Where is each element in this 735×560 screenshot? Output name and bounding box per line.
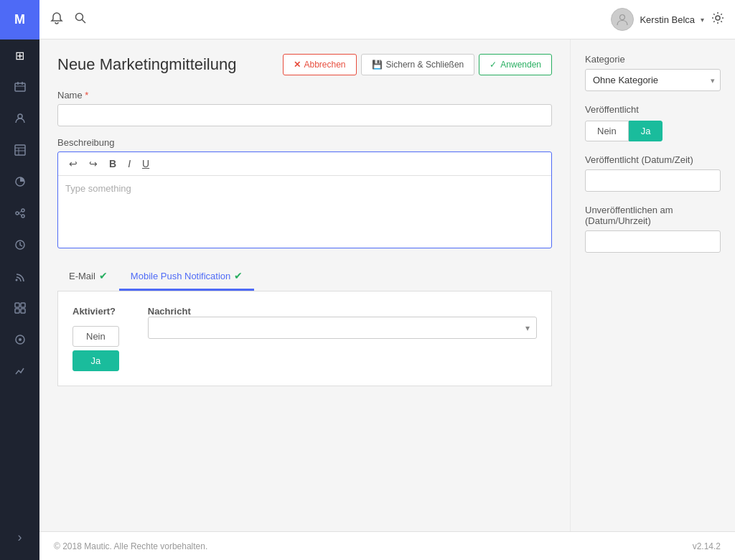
svg-rect-0 <box>15 83 25 91</box>
notifications-bell-icon[interactable] <box>50 11 63 28</box>
footer-copyright: © 2018 Mautic. Alle Rechte vorbehalten. <box>54 541 207 551</box>
svg-rect-5 <box>15 145 25 155</box>
cancel-button[interactable]: ✕ Abbrechen <box>283 54 357 75</box>
footer: © 2018 Mautic. Alle Rechte vorbehalten. … <box>39 531 735 560</box>
save-button[interactable]: 💾 Sichern & Schließen <box>361 54 475 75</box>
name-input[interactable] <box>57 104 552 126</box>
email-tab-check-icon: ✔ <box>99 270 108 281</box>
sidebar-item-reports[interactable] <box>0 355 39 387</box>
svg-rect-18 <box>21 303 25 307</box>
sidebar-item-contacts[interactable] <box>0 103 39 134</box>
description-field-group: Beschreibung ↩ ↪ B I U Type something <box>57 137 552 248</box>
page-title: Neue Marketingmitteilung <box>57 55 236 74</box>
aktiviert-label: Aktiviert? <box>72 306 119 317</box>
main-content: Neue Marketingmitteilung ✕ Abbrechen 💾 S… <box>39 39 570 531</box>
search-icon[interactable] <box>74 11 87 28</box>
veroeffentlicht-toggle-group: Nein Ja <box>585 121 721 141</box>
right-panel: Kategorie Ohne Kategorie ▾ Veröffentlich… <box>570 39 735 531</box>
avatar <box>611 8 634 31</box>
username-label: Kerstin Belca <box>640 14 695 25</box>
veroeffentlicht-label: Veröffentlicht <box>585 104 721 115</box>
svg-point-12 <box>22 215 24 218</box>
user-caret-icon: ▾ <box>701 16 704 24</box>
topbar: Kerstin Belca ▾ <box>39 0 735 39</box>
main-area: Kerstin Belca ▾ Neue Marketingmitteilung… <box>39 0 735 560</box>
svg-line-14 <box>19 213 22 215</box>
sidebar-logo[interactable]: M <box>0 0 39 39</box>
content-area: Neue Marketingmitteilung ✕ Abbrechen 💾 S… <box>39 39 735 531</box>
user-menu[interactable]: Kerstin Belca ▾ <box>611 8 704 31</box>
kategorie-select[interactable]: Ohne Kategorie <box>585 69 721 91</box>
veroeffentlicht-ja-button[interactable]: Ja <box>629 121 663 141</box>
footer-version: v2.14.2 <box>693 541 721 551</box>
editor-toolbar: ↩ ↪ B I U <box>58 152 551 176</box>
svg-line-13 <box>19 211 22 213</box>
nachricht-group: Nachricht ▾ Suche Optionen... <box>148 306 537 339</box>
nachricht-label: Nachricht <box>148 306 191 317</box>
nachricht-select-wrapper: ▾ <box>148 317 537 339</box>
sidebar-item-dashboard[interactable]: ⊞ <box>0 39 39 71</box>
apply-check-icon: ✓ <box>490 60 497 70</box>
sidebar-item-chart[interactable] <box>0 166 39 197</box>
sidebar-item-table[interactable] <box>0 134 39 166</box>
kategorie-label: Kategorie <box>585 54 721 65</box>
redo-button[interactable]: ↪ <box>85 157 101 171</box>
name-required-indicator: * <box>85 90 88 101</box>
tab-content-mobile-push: Aktiviert? Nein Ja Nachricht ▾ <box>57 291 552 386</box>
svg-point-22 <box>19 338 22 341</box>
settings-gear-icon[interactable] <box>711 11 724 28</box>
aktiviert-nein-button[interactable]: Nein <box>72 326 119 347</box>
undo-button[interactable]: ↩ <box>65 157 81 171</box>
unveroeff-input[interactable] <box>585 230 721 253</box>
sidebar-item-integrations[interactable] <box>0 197 39 229</box>
svg-line-24 <box>82 19 85 23</box>
sidebar: M ⊞ › <box>0 0 39 560</box>
sidebar-item-calendar[interactable] <box>0 71 39 103</box>
editor-body[interactable]: Type something <box>58 176 551 248</box>
apply-button[interactable]: ✓ Anwenden <box>479 54 552 75</box>
mobile-tab-check-icon: ✔ <box>234 270 243 281</box>
nachricht-select[interactable] <box>148 317 537 339</box>
bold-button[interactable]: B <box>106 157 120 171</box>
svg-point-25 <box>620 15 625 20</box>
page-header: Neue Marketingmitteilung ✕ Abbrechen 💾 S… <box>57 54 552 75</box>
name-field-group: Name * <box>57 90 552 126</box>
tabs-container: E-Mail ✔ Mobile Push Notification ✔ <box>57 263 552 291</box>
svg-point-16 <box>15 279 17 281</box>
underline-button[interactable]: U <box>139 157 153 171</box>
cancel-x-icon: ✕ <box>294 60 301 70</box>
sidebar-item-rss[interactable] <box>0 261 39 292</box>
tab-email[interactable]: E-Mail ✔ <box>57 263 119 291</box>
kategorie-select-wrapper: Ohne Kategorie ▾ <box>585 69 721 91</box>
datum-zeit-label: Veröffentlicht (Datum/Zeit) <box>585 154 721 165</box>
description-label: Beschreibung <box>57 137 552 148</box>
unveroeff-label: Unveröffentlichen am (Datum/Uhrzeit) <box>585 205 721 226</box>
name-label: Name * <box>57 90 552 101</box>
svg-point-4 <box>18 114 22 118</box>
sidebar-item-history[interactable] <box>0 229 39 261</box>
aktiviert-group: Aktiviert? Nein Ja <box>72 306 119 371</box>
description-editor: ↩ ↪ B I U Type something <box>57 151 552 248</box>
svg-rect-17 <box>15 303 19 307</box>
sidebar-item-expand[interactable]: › <box>0 521 39 553</box>
svg-point-26 <box>716 16 720 20</box>
save-icon: 💾 <box>372 60 383 70</box>
sidebar-item-campaigns[interactable] <box>0 292 39 324</box>
tab-row: Aktiviert? Nein Ja Nachricht ▾ <box>72 306 537 371</box>
tab-mobile-push[interactable]: Mobile Push Notification ✔ <box>119 263 254 291</box>
svg-point-10 <box>16 212 19 215</box>
datum-zeit-input[interactable] <box>585 169 721 192</box>
svg-rect-20 <box>21 309 25 313</box>
sidebar-item-design[interactable] <box>0 324 39 355</box>
svg-rect-19 <box>15 309 19 313</box>
italic-button[interactable]: I <box>124 157 134 171</box>
veroeffentlicht-nein-button[interactable]: Nein <box>585 121 629 141</box>
svg-point-11 <box>22 209 24 212</box>
aktiviert-ja-button[interactable]: Ja <box>72 350 119 371</box>
header-buttons: ✕ Abbrechen 💾 Sichern & Schließen ✓ Anwe… <box>283 54 553 75</box>
